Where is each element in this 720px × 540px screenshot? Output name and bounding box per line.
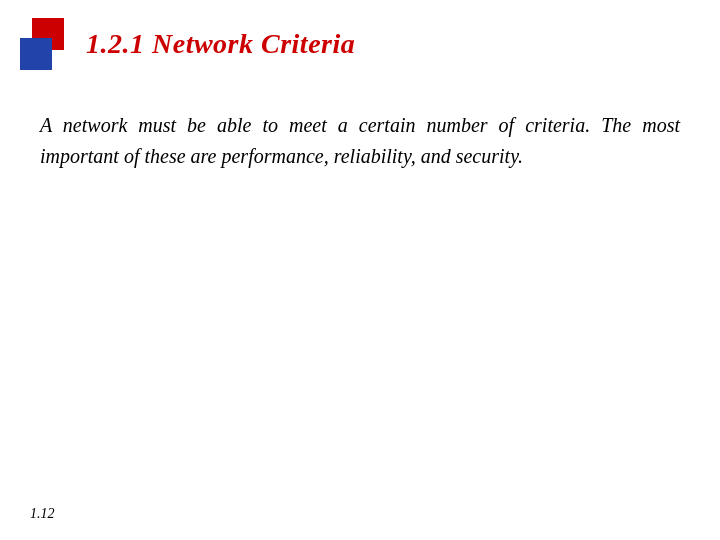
logo-blue-square — [20, 38, 52, 70]
page-number: 1.12 — [30, 506, 55, 521]
body-paragraph: A network must be able to meet a certain… — [40, 110, 680, 172]
page-footer: 1.12 — [30, 504, 55, 522]
logo-graphic — [20, 18, 72, 70]
page-title: 1.2.1 Network Criteria — [86, 28, 355, 60]
content-area: A network must be able to meet a certain… — [0, 80, 720, 192]
page-header: 1.2.1 Network Criteria — [0, 0, 720, 80]
